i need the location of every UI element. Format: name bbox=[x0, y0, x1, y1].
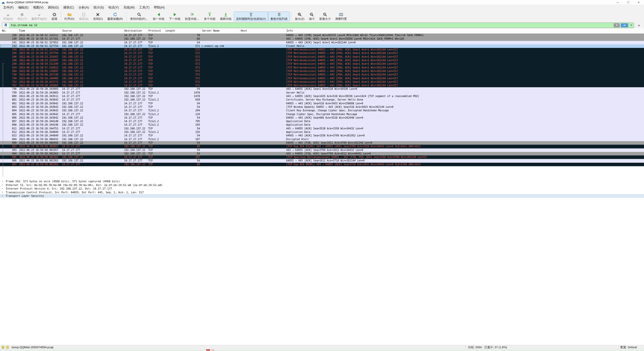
packet-row-808[interactable]: 8082022-06-23 16:59:28.344246192.168.137… bbox=[0, 123, 644, 127]
detail-line-0[interactable]: >Frame 242: 571 bytes on wire (4568 bits… bbox=[0, 180, 644, 183]
filter-bookmark-button[interactable] bbox=[2, 23, 9, 28]
packet-row-813[interactable]: 8132022-06-23 16:59:28.344849192.168.137… bbox=[0, 134, 644, 137]
prev-packet-button[interactable]: 前一分组 bbox=[151, 12, 167, 21]
minimize-button[interactable]: — bbox=[612, 0, 623, 5]
cell-server-name bbox=[201, 51, 239, 55]
capture-file-properties-icon[interactable] bbox=[6, 346, 10, 349]
detail-line-3[interactable]: >Transmission Control Protocol, Src Port… bbox=[0, 191, 644, 194]
packet-row-248[interactable]: 2482022-06-23 16:58:53.329267192.168.137… bbox=[0, 59, 644, 62]
zoom-reset-button[interactable]: 普通大小 bbox=[317, 12, 333, 21]
column-header-source[interactable]: Source bbox=[61, 28, 123, 33]
packet-row-811[interactable]: 8112022-06-23 16:59:28.34475114.17.27.17… bbox=[0, 127, 644, 130]
resize-columns-button[interactable]: 调整列宽 bbox=[333, 12, 349, 21]
main-toolbar: 开始(S)停止(T)重新开始(R)选项打开(O)保存(S)关闭(C)重新加载(R… bbox=[0, 11, 644, 22]
packet-row-752[interactable]: 7522022-06-23 16:59:20.815772192.168.137… bbox=[0, 80, 644, 84]
last-packet-button[interactable]: 最新分组 bbox=[218, 12, 234, 21]
packet-row-245[interactable]: 2452022-06-23 16:58:52.327754192.168.137… bbox=[0, 51, 644, 55]
reload-file-button[interactable]: 重新加载(R) bbox=[105, 12, 125, 21]
menu-view[interactable]: 视图(V) bbox=[31, 5, 46, 11]
open-file-button[interactable]: 打开(O) bbox=[62, 12, 77, 21]
menu-capture[interactable]: 捕获(C) bbox=[61, 5, 76, 11]
detail-line-1[interactable]: >Ethernet II, Src: 0a:02:05:78:6a:06 (0a… bbox=[0, 183, 644, 187]
packet-row-254[interactable]: 2542022-06-23 16:58:57.516813192.168.137… bbox=[0, 66, 644, 69]
close-file-button[interactable]: 关闭(C) bbox=[91, 12, 105, 21]
column-header-info[interactable]: Info bbox=[285, 28, 644, 33]
column-header-protocol[interactable]: Protocol bbox=[147, 28, 164, 33]
auto-scroll-button[interactable]: 实时捕获时自动滚动(V) bbox=[234, 12, 268, 21]
menu-wireless[interactable]: 无线(W) bbox=[121, 5, 137, 11]
clear-filter-button[interactable]: ✕ bbox=[614, 23, 620, 27]
menu-statistics[interactable]: 统计(S) bbox=[91, 5, 106, 11]
display-filter-input[interactable]: tcp.stream eq 12 bbox=[9, 24, 614, 27]
expander-chevron-icon[interactable]: > bbox=[2, 191, 4, 194]
packet-row-905[interactable]: 9052022-06-23 16:59:58.981562192.168.137… bbox=[0, 155, 644, 159]
packet-row-804[interactable]: 8042022-06-23 16:59:28.343642192.168.137… bbox=[0, 109, 644, 112]
menu-edit[interactable]: 编辑(E) bbox=[16, 5, 31, 11]
find-packet-button[interactable]: 查找分组(P)… bbox=[128, 12, 151, 21]
display-filter-field[interactable]: tcp.stream eq 12 ✕ ➜ ▼ bbox=[2, 23, 634, 28]
packet-row-904[interactable]: 9042022-06-23 16:59:58.98156214.17.27.17… bbox=[0, 152, 644, 155]
packet-row-244[interactable]: 2442022-06-23 16:58:52.327754192.168.137… bbox=[0, 48, 644, 51]
packet-row-802[interactable]: 8022022-06-23 16:59:28.343642192.168.137… bbox=[0, 102, 644, 105]
packet-row-803[interactable]: 8032022-06-23 16:59:28.343642192.168.137… bbox=[0, 105, 644, 109]
packet-row-812[interactable]: 8122022-06-23 16:59:28.34484914.17.27.17… bbox=[0, 130, 644, 134]
packet-row-238[interactable]: 2382022-06-23 16:58:52.326312192.168.137… bbox=[0, 34, 644, 37]
menu-go[interactable]: 跳转(G) bbox=[46, 5, 61, 11]
packet-row-807[interactable]: 8072022-06-23 16:59:28.344148192.168.137… bbox=[0, 120, 644, 123]
cell-source: 192.168.137.22 bbox=[61, 66, 123, 69]
column-header-server-name[interactable]: Server Name bbox=[201, 28, 239, 33]
menu-file[interactable]: 文件(F) bbox=[1, 5, 16, 11]
apply-filter-button[interactable]: ➜ bbox=[621, 23, 628, 27]
column-header-destination[interactable]: Destination bbox=[123, 28, 147, 33]
packet-row-801[interactable]: 8012022-06-23 16:59:28.34364214.17.27.17… bbox=[0, 98, 644, 102]
column-header-time[interactable]: Time bbox=[18, 28, 61, 33]
first-packet-button[interactable]: 首个分组 bbox=[202, 12, 218, 21]
packet-row-806[interactable]: 8062022-06-23 16:59:28.343642192.168.137… bbox=[0, 116, 644, 120]
packet-row-798[interactable]: 7982022-06-23 16:59:28.34300314.17.27.17… bbox=[0, 87, 644, 91]
detail-line-4[interactable]: >Transport Layer Security bbox=[0, 194, 644, 198]
packet-row-900[interactable]: 9002022-06-23 16:59:58.980956192.168.137… bbox=[0, 141, 644, 145]
zoom-out-button[interactable]: 缩小 bbox=[307, 12, 317, 21]
expander-chevron-icon[interactable]: > bbox=[2, 180, 4, 183]
add-filter-button[interactable]: + bbox=[636, 23, 642, 27]
zoom-in-button[interactable]: 放大(Z) bbox=[293, 12, 307, 21]
packet-row-242[interactable]: 2422022-06-23 16:58:52.327754192.168.137… bbox=[0, 44, 644, 48]
packet-row-902[interactable]: 9022022-06-23 16:59:58.98105714.17.27.17… bbox=[0, 145, 644, 148]
packet-row-799[interactable]: 7992022-06-23 16:59:28.34300314.17.27.17… bbox=[0, 91, 644, 95]
packet-row-906[interactable]: 9062022-06-23 16:59:58.981562192.168.137… bbox=[0, 159, 644, 162]
cell-length: 571 bbox=[164, 80, 201, 84]
column-header-no[interactable]: No. bbox=[0, 28, 18, 33]
status-profile[interactable]: 配置: Default bbox=[620, 345, 637, 349]
next-packet-button[interactable]: 下一分组 bbox=[167, 12, 183, 21]
close-button[interactable]: ✕ bbox=[633, 0, 644, 5]
menu-help[interactable]: 帮助(H) bbox=[152, 5, 167, 11]
column-header-host[interactable]: Host bbox=[239, 28, 285, 33]
packet-row-730[interactable]: 7302022-06-23 16:59:08.167130192.168.137… bbox=[0, 73, 644, 76]
capture-options-button[interactable]: 选项 bbox=[49, 12, 59, 21]
expander-chevron-icon[interactable]: > bbox=[2, 183, 4, 187]
expert-info-icon[interactable] bbox=[2, 346, 5, 349]
packet-row-903[interactable]: 9032022-06-23 16:59:58.98105714.17.27.17… bbox=[0, 148, 644, 152]
packet-row-899[interactable]: 8992022-06-23 16:59:58.980432192.168.137… bbox=[0, 138, 644, 141]
column-header-length[interactable]: Length bbox=[164, 28, 201, 33]
packet-row-249[interactable]: 2492022-06-23 16:58:54.511109192.168.137… bbox=[0, 62, 644, 66]
packet-row-241[interactable]: 2412022-06-23 16:58:52.327652192.168.137… bbox=[0, 41, 644, 44]
menu-analyze[interactable]: 分析(A) bbox=[76, 5, 91, 11]
packet-row-797[interactable]: 7972022-06-23 16:59:28.343003192.168.137… bbox=[0, 84, 644, 87]
expander-chevron-icon[interactable]: > bbox=[2, 187, 4, 191]
detail-line-2[interactable]: >Internet Protocol Version 4, Src: 192.1… bbox=[0, 187, 644, 191]
filter-history-dropdown[interactable]: ▼ bbox=[629, 23, 633, 27]
packet-row-907[interactable]: 9072022-06-23 16:59:58.98156214.17.27.17… bbox=[0, 163, 644, 166]
packet-row-805[interactable]: 8052022-06-23 16:59:28.34364214.17.27.17… bbox=[0, 113, 644, 116]
expander-chevron-icon[interactable]: > bbox=[2, 194, 4, 198]
packet-row-240[interactable]: 2402022-06-23 16:58:52.32728114.17.27.17… bbox=[0, 37, 644, 41]
packet-row-800[interactable]: 8002022-06-23 16:59:28.34351114.17.27.17… bbox=[0, 95, 644, 98]
packet-row-749[interactable]: 7492022-06-23 16:59:14.240485192.168.137… bbox=[0, 77, 644, 80]
menu-tools[interactable]: 工具(T) bbox=[137, 5, 152, 11]
menu-telephony[interactable]: 电话(Y) bbox=[106, 5, 121, 11]
colorize-button[interactable]: 着色分组列表 bbox=[268, 12, 290, 21]
packet-row-264[interactable]: 2642022-06-23 16:59:01.216097192.168.137… bbox=[0, 69, 644, 73]
goto-packet-button[interactable]: 转至分组… bbox=[183, 12, 202, 21]
maximize-button[interactable]: ☐ bbox=[623, 0, 633, 5]
packet-row-246[interactable]: 2462022-06-23 16:58:53.329267192.168.137… bbox=[0, 55, 644, 59]
